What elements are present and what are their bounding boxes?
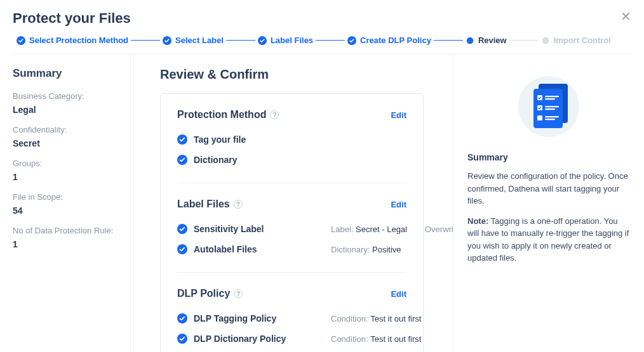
stepper-step-label: Import Control [554, 36, 611, 45]
close-icon[interactable]: ✕ [621, 10, 631, 23]
summary-field: Business Category:Legal [13, 91, 117, 115]
stepper: Select Protection MethodSelect LabelLabe… [13, 36, 631, 55]
stepper-step[interactable]: Label Files [258, 36, 313, 45]
step-connector [131, 40, 160, 41]
step-connector [226, 40, 255, 41]
edit-button[interactable]: Edit [391, 110, 406, 120]
edit-button[interactable]: Edit [391, 200, 406, 209]
check-circle-icon [177, 313, 187, 323]
review-row-attr: Overwrite: Yes [425, 225, 453, 234]
sidebar-summary: Summary Business Category:LegalConfident… [0, 55, 131, 352]
review-row-label: Dictionary [194, 155, 325, 165]
step-connector [316, 40, 345, 41]
stepper-step[interactable]: Select Protection Method [17, 36, 128, 45]
page-title: Protect your Files [13, 10, 631, 27]
stepper-step-label: Create DLP Policy [360, 36, 431, 45]
review-section-title: DLP Policy? [177, 288, 243, 299]
summary-field-value: 54 [13, 205, 117, 216]
review-row: Tag your file [177, 129, 406, 150]
review-row-attrs: Condition: Test it out first [331, 314, 406, 323]
help-icon[interactable]: ? [234, 289, 243, 298]
svg-rect-11 [545, 108, 555, 110]
review-section: Protection Method?EditTag your fileDicti… [177, 107, 406, 183]
summary-field-value: 1 [13, 239, 117, 249]
summary-field-value: 1 [13, 172, 117, 182]
summary-field-label: Confidentiality: [13, 125, 117, 134]
step-dot-icon [466, 36, 474, 45]
review-row-attrs: Label: Secret - LegalOverwrite: Yes [331, 225, 410, 234]
review-row: Dictionary: Positive [177, 349, 406, 352]
svg-rect-12 [537, 115, 542, 121]
summary-field-label: No of Data Protection Rule: [13, 226, 117, 235]
summary-field: Confidentiality:Secret [13, 125, 117, 148]
review-row-label: Sensitivity Label [194, 224, 325, 234]
stepper-step[interactable]: Review [466, 36, 507, 45]
summary-field: Groups:1 [13, 159, 117, 182]
review-row-label: DLP Dictionary Policy [194, 334, 325, 344]
checklist-illustration [467, 71, 630, 138]
review-row: DLP Tagging PolicyCondition: Test it out… [177, 308, 406, 329]
stepper-step[interactable]: Create DLP Policy [347, 36, 431, 45]
info-panel-note: Note: Tagging is a one-off operation. Yo… [467, 215, 630, 264]
step-dot-icon [541, 36, 550, 45]
step-connector [434, 40, 463, 41]
check-circle-icon [177, 334, 187, 344]
review-row: DLP Dictionary PolicyCondition: Test it … [177, 329, 406, 349]
help-icon[interactable]: ? [270, 110, 279, 119]
check-circle-icon [177, 134, 187, 145]
review-row-attr: Condition: Test it out first [331, 334, 421, 344]
summary-field: File in Scope:54 [13, 192, 117, 216]
review-row-attrs: Condition: Test it out first [331, 334, 406, 344]
check-circle-icon [258, 36, 267, 45]
svg-rect-7 [545, 96, 559, 97]
review-row: Sensitivity LabelLabel: Secret - LegalOv… [177, 219, 406, 239]
summary-field-label: Business Category: [13, 91, 117, 101]
summary-field-value: Legal [13, 105, 117, 115]
edit-button[interactable]: Edit [391, 289, 406, 299]
review-panel: Review & Confirm Protection Method?EditT… [131, 55, 453, 352]
stepper-step-label: Review [478, 36, 507, 45]
info-panel-title: Summary [467, 152, 630, 162]
review-section-title: Protection Method? [177, 109, 279, 121]
stepper-step-label: Select Label [175, 36, 224, 45]
review-section: Label Files?EditSensitivity LabelLabel: … [177, 183, 406, 273]
review-row-label: Tag your file [194, 134, 325, 145]
summary-field: No of Data Protection Rule:1 [13, 226, 117, 249]
svg-rect-8 [545, 98, 555, 100]
step-connector [509, 40, 539, 41]
review-panel-title: Review & Confirm [160, 67, 424, 82]
info-panel: Summary Review the configuration of the … [453, 55, 644, 352]
review-row-label: Autolabel Files [194, 244, 325, 254]
review-row: Dictionary [177, 150, 406, 170]
review-row-attr: Condition: Test it out first [331, 314, 421, 323]
stepper-step[interactable]: Select Label [163, 36, 224, 45]
stepper-step-label: Select Protection Method [29, 36, 128, 45]
svg-rect-10 [545, 106, 559, 107]
svg-rect-13 [545, 116, 559, 117]
sidebar-summary-title: Summary [13, 67, 117, 80]
check-circle-icon [177, 244, 187, 254]
check-circle-icon [177, 155, 187, 165]
check-circle-icon [347, 36, 356, 45]
help-icon[interactable]: ? [234, 200, 243, 209]
review-row-label: DLP Tagging Policy [194, 313, 325, 323]
summary-field-value: Secret [13, 138, 117, 148]
check-circle-icon [177, 224, 187, 234]
review-section-title: Label Files? [177, 199, 243, 210]
stepper-step-label: Label Files [271, 36, 313, 45]
info-panel-text: Review the configuration of the policy. … [467, 170, 630, 207]
check-circle-icon [163, 36, 171, 45]
summary-field-label: File in Scope: [13, 192, 117, 202]
review-row-attr: Dictionary: Positive [331, 245, 401, 254]
review-section: DLP Policy?EditDLP Tagging PolicyConditi… [177, 273, 406, 352]
stepper-step: Import Control [541, 36, 611, 45]
svg-rect-14 [545, 119, 555, 120]
check-circle-icon [17, 36, 25, 45]
summary-field-label: Groups: [13, 159, 117, 168]
review-row-attrs: Dictionary: Positive [331, 245, 406, 254]
review-row: Autolabel FilesDictionary: Positive [177, 239, 406, 259]
review-row-attr: Label: Secret - Legal [331, 225, 407, 234]
